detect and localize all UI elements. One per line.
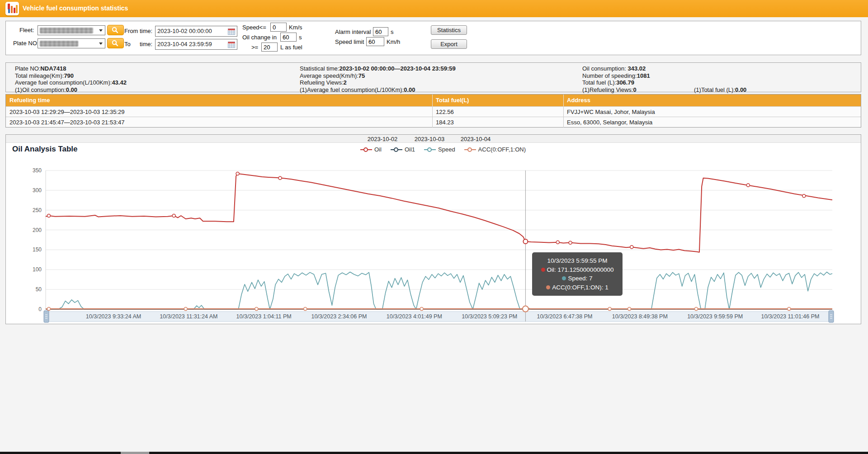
- fleet-search-button[interactable]: [107, 25, 124, 35]
- export-button[interactable]: Export: [431, 39, 467, 49]
- column-header: Refueling time: [9, 97, 50, 104]
- svg-text:100: 100: [33, 266, 42, 273]
- plate-search-button[interactable]: [107, 38, 124, 48]
- speed-limit-unit: Km/h: [387, 38, 400, 45]
- svg-text:50: 50: [36, 286, 42, 293]
- table-row[interactable]: 2023-10-03 21:45:47—2023-10-03 21:53:471…: [6, 117, 861, 127]
- oil-analysis-chart-panel[interactable]: 2023-10-02 2023-10-03 2023-10-04 Oil Ana…: [5, 134, 861, 324]
- app-logo-icon: [5, 2, 19, 15]
- table-cell: 184.23: [436, 119, 454, 126]
- fuel-ge-input[interactable]: [261, 43, 278, 52]
- column-header: Total fuel(L): [436, 97, 469, 104]
- to-time-label: time:: [140, 41, 152, 47]
- speed-le-unit: Km/s: [289, 24, 302, 31]
- alarm-interval-input[interactable]: [373, 27, 388, 36]
- summary-panel: Plate NO:NDA7418Total mileage(Km):790Ave…: [5, 62, 861, 92]
- series-dot-icon: [541, 268, 545, 272]
- x-axis-label: 10/3/2023 2:34:06 PM: [311, 313, 367, 320]
- summary-line: Statistical time:2023-10-02 00:00:00—202…: [300, 65, 456, 72]
- summary-line: Average speed(Km/h):75: [300, 72, 365, 79]
- svg-text:250: 250: [33, 207, 42, 213]
- svg-text:300: 300: [33, 187, 42, 194]
- series-dot-icon: [546, 285, 550, 289]
- refueling-table-header: Refueling timeTotal fuel(L)Address: [6, 95, 861, 106]
- x-axis-label: 10/3/2023 11:31:24 AM: [160, 313, 217, 320]
- x-axis-label: 10/3/2023 4:01:49 PM: [387, 313, 442, 320]
- summary-line: Total mileage(Km):790: [15, 72, 74, 79]
- table-cell: Esso, 63000, Selangor, Malaysia: [567, 119, 652, 126]
- table-cell: FVJJ+WC Masai, Johor, Malaysia: [567, 109, 655, 115]
- table-cell: 2023-10-03 12:29:29—2023-10-03 12:35:29: [9, 109, 124, 115]
- oil-change-label: Oil change in: [242, 34, 277, 41]
- calendar-icon[interactable]: [228, 41, 235, 48]
- x-axis-label: 10/3/2023 8:49:38 PM: [612, 313, 668, 320]
- to-label: To: [124, 41, 131, 47]
- speed-limit-input[interactable]: [366, 37, 384, 46]
- speed-le-label: Speed<=: [242, 24, 266, 31]
- summary-line: Total fuel (L):306.79: [582, 79, 634, 86]
- from-time-label: From time:: [124, 28, 152, 34]
- x-axis-label: 10/3/2023 1:04:11 PM: [236, 313, 292, 320]
- plate-select[interactable]: [38, 38, 105, 48]
- plate-label: Plate NO:: [13, 40, 38, 47]
- x-axis-label: 10/3/2023 9:33:24 AM: [86, 313, 141, 320]
- plate-censored-value: [40, 41, 78, 47]
- svg-text:0: 0: [38, 306, 42, 312]
- oil-change-input[interactable]: [280, 33, 297, 42]
- fuel-ge-unit: L as fuel: [280, 44, 302, 51]
- summary-line: (1)Total fuel (L):0.00: [694, 86, 746, 93]
- refueling-table: Refueling timeTotal fuel(L)Address 2023-…: [5, 94, 861, 128]
- summary-line: (1)Oil consumption:0.00: [15, 86, 77, 93]
- statistics-button[interactable]: Statistics: [431, 25, 467, 35]
- tooltip-item: Oil: 171.1250000000000: [537, 265, 618, 274]
- svg-text:200: 200: [33, 227, 42, 233]
- table-row[interactable]: 2023-10-03 12:29:29—2023-10-03 12:35:291…: [6, 106, 861, 117]
- filter-panel: Fleet: Plate NO: From time: 2023-10-02 0…: [5, 21, 861, 55]
- summary-line: Average fuel consumption(L/100Km):43.42: [15, 79, 127, 86]
- fleet-censored-value: [40, 28, 93, 33]
- summary-line: Number of speeding:1081: [582, 72, 650, 79]
- series-line-speed: [46, 272, 832, 310]
- taskbar-strip: [0, 452, 868, 454]
- fleet-select[interactable]: [38, 25, 105, 35]
- tooltip-time: 10/3/2023 5:59:55 PM: [537, 256, 618, 265]
- table-cell: 122.56: [436, 109, 454, 115]
- chevron-down-icon: [99, 43, 103, 45]
- svg-text:150: 150: [33, 246, 42, 253]
- column-header: Address: [567, 97, 590, 104]
- summary-line: (1)Refueling Views:0: [582, 86, 637, 93]
- from-time-input[interactable]: 2023-10-02 00:00:00: [155, 26, 237, 37]
- fleet-label: Fleet:: [19, 27, 34, 33]
- chart-plot-area[interactable]: 05010015020025030035010/3/2023 9:33:24 A…: [6, 135, 861, 324]
- series-dot-icon: [562, 276, 566, 280]
- chart-tooltip: 10/3/2023 5:59:55 PM Oil: 171.1250000000…: [532, 252, 623, 296]
- table-cell: 2023-10-03 21:45:47—2023-10-03 21:53:47: [9, 119, 124, 126]
- chevron-down-icon: [99, 29, 103, 32]
- x-axis-label: 10/3/2023 9:59:59 PM: [687, 313, 743, 320]
- tooltip-item: Speed: 7: [537, 274, 618, 283]
- summary-line: Oil consumption: 343.02: [582, 65, 646, 72]
- summary-line: Plate NO:NDA7418: [15, 65, 66, 72]
- x-axis-label: 10/3/2023 11:01:46 PM: [761, 313, 819, 320]
- summary-line: Refueling Views:2: [300, 79, 347, 86]
- fuel-ge-label: >=: [251, 44, 258, 51]
- alarm-interval-label: Alarm interval: [335, 28, 371, 35]
- calendar-icon[interactable]: [228, 28, 235, 35]
- svg-text:350: 350: [33, 167, 42, 174]
- title-bar: Vehicle fuel consumption statistics: [0, 0, 868, 17]
- to-time-input[interactable]: 2023-10-04 23:59:59: [155, 39, 237, 50]
- speed-limit-label: Speed limit: [335, 38, 364, 45]
- page-title: Vehicle fuel consumption statistics: [23, 5, 128, 12]
- alarm-interval-unit: s: [391, 28, 394, 35]
- oil-change-unit: s: [299, 34, 302, 41]
- x-axis-label: 10/3/2023 6:47:38 PM: [537, 313, 592, 320]
- taskbar-segment: [121, 452, 149, 454]
- tooltip-item: ACC(0:OFF,1:ON): 1: [537, 283, 618, 292]
- series-line-oil: [46, 174, 832, 252]
- speed-le-input[interactable]: [270, 23, 287, 32]
- x-axis-label: 10/3/2023 5:09:23 PM: [462, 313, 517, 320]
- summary-line: (1)Average fuel consumption(L/100Km):0.0…: [300, 86, 415, 93]
